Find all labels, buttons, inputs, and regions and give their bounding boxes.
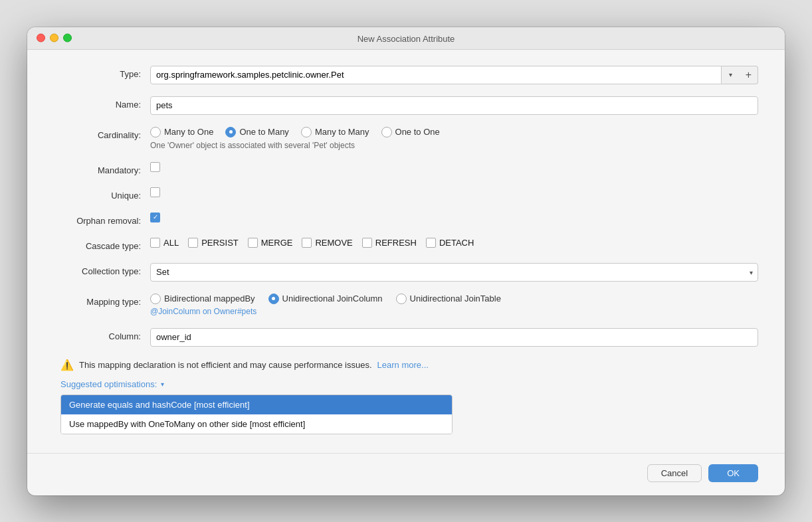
cascade-merge[interactable]: MERGE	[248, 238, 293, 248]
cascade-remove[interactable]: REMOVE	[302, 238, 352, 248]
radio-bidirectional-label: Bidirectional mappedBy	[164, 294, 255, 304]
orphan-removal-row: Orphan removal:	[54, 213, 758, 226]
mapping-description: @JoinColumn on Owner#pets	[150, 307, 758, 316]
collection-type-select[interactable]: Set List Collection	[150, 263, 758, 282]
suggestions-label[interactable]: Suggested optimisations:	[60, 379, 157, 389]
radio-unidirectional-join-column[interactable]: Unidirectional JoinColumn	[268, 294, 383, 304]
unique-checkbox[interactable]	[150, 187, 758, 197]
mapping-type-row: Mapping type: Bidirectional mappedBy Uni…	[54, 294, 758, 316]
radio-one-to-many-indicator	[225, 127, 236, 137]
cardinality-radio-group: Many to One One to Many Many to Many	[150, 127, 758, 137]
mapping-radio-group: Bidirectional mappedBy Unidirectional Jo…	[150, 294, 758, 304]
orphan-removal-checkbox-box	[150, 213, 160, 222]
dialog: New Association Attribute Type: ▾ + Name…	[27, 27, 785, 495]
mandatory-checkbox[interactable]	[150, 162, 758, 172]
radio-one-to-many[interactable]: One to Many	[225, 127, 288, 137]
radio-unidirectional-join-column-indicator	[268, 294, 279, 304]
plus-icon: +	[746, 69, 752, 81]
maximize-button[interactable]	[63, 34, 72, 43]
radio-unidirectional-join-column-label: Unidirectional JoinColumn	[282, 294, 383, 304]
radio-one-to-one-label: One to One	[395, 127, 440, 137]
mapping-type-label: Mapping type:	[54, 294, 150, 307]
cascade-all-box	[150, 238, 160, 248]
type-row: Type: ▾ +	[54, 66, 758, 84]
radio-one-to-many-label: One to Many	[239, 127, 288, 137]
column-input[interactable]	[150, 328, 758, 347]
learn-more-link[interactable]: Learn more...	[377, 360, 429, 370]
cardinality-label: Cardinality:	[54, 127, 150, 140]
suggestions-dropdown: Generate equals and hashCode [most effic…	[60, 394, 453, 434]
orphan-removal-label: Orphan removal:	[54, 213, 150, 226]
cardinality-row: Cardinality: Many to One One to Many	[54, 127, 758, 150]
orphan-removal-checkbox[interactable]	[150, 213, 758, 222]
title-bar: New Association Attribute	[27, 27, 785, 50]
radio-many-to-many-indicator	[301, 127, 312, 137]
radio-one-to-one[interactable]: One to One	[381, 127, 440, 137]
radio-many-to-many[interactable]: Many to Many	[301, 127, 369, 137]
cascade-merge-label: MERGE	[261, 238, 293, 248]
cascade-persist-label: PERSIST	[201, 238, 239, 248]
name-control	[150, 96, 758, 115]
type-add-button[interactable]: +	[740, 66, 758, 84]
radio-many-to-one-indicator	[150, 127, 161, 137]
cascade-refresh-label: REFRESH	[375, 238, 417, 248]
radio-bidirectional[interactable]: Bidirectional mappedBy	[150, 294, 255, 304]
radio-bidirectional-indicator	[150, 294, 161, 304]
radio-unidirectional-join-table-indicator	[396, 294, 407, 304]
collection-type-select-wrap: Set List Collection ▾	[150, 263, 758, 282]
column-label: Column:	[54, 328, 150, 341]
type-input-wrap	[150, 66, 722, 84]
minimize-button[interactable]	[50, 34, 58, 43]
mandatory-row: Mandatory:	[54, 162, 758, 175]
collection-type-row: Collection type: Set List Collection ▾	[54, 263, 758, 282]
cascade-detach-box	[426, 238, 436, 248]
close-button[interactable]	[37, 34, 45, 43]
cascade-all-label: ALL	[163, 238, 179, 248]
cardinality-control: Many to One One to Many Many to Many	[150, 127, 758, 150]
unique-control	[150, 187, 758, 197]
cascade-persist[interactable]: PERSIST	[188, 238, 239, 248]
collection-type-control: Set List Collection ▾	[150, 263, 758, 282]
warning-text: This mapping declaration is not efficien…	[79, 360, 372, 370]
suggestions-chevron-icon: ▾	[161, 381, 164, 388]
cascade-remove-label: REMOVE	[315, 238, 352, 248]
dialog-title: New Association Attribute	[357, 34, 455, 44]
cascade-refresh[interactable]: REFRESH	[362, 238, 417, 248]
cascade-persist-box	[188, 238, 198, 248]
radio-many-to-one-label: Many to One	[164, 127, 213, 137]
mandatory-label: Mandatory:	[54, 162, 150, 175]
suggestions-header: Suggested optimisations: ▾	[54, 379, 758, 389]
warning-icon: ⚠️	[60, 359, 74, 371]
unique-row: Unique:	[54, 187, 758, 201]
ok-button[interactable]: OK	[708, 464, 758, 482]
unique-checkbox-box	[150, 187, 160, 197]
cascade-type-row: Cascade type: ALL PERSIST MERGE REMOVE	[54, 238, 758, 251]
chevron-down-icon: ▾	[729, 71, 732, 78]
mandatory-checkbox-box	[150, 162, 160, 172]
cascade-refresh-box	[362, 238, 372, 248]
type-label: Type:	[54, 66, 150, 79]
radio-unidirectional-join-table[interactable]: Unidirectional JoinTable	[396, 294, 501, 304]
orphan-removal-control	[150, 213, 758, 222]
cascade-type-label: Cascade type:	[54, 238, 150, 251]
cascade-remove-box	[302, 238, 312, 248]
radio-one-to-one-indicator	[381, 127, 392, 137]
column-control	[150, 328, 758, 347]
unique-label: Unique:	[54, 187, 150, 201]
collection-type-label: Collection type:	[54, 263, 150, 276]
mapping-type-control: Bidirectional mappedBy Unidirectional Jo…	[150, 294, 758, 316]
type-dropdown-button[interactable]: ▾	[722, 66, 740, 84]
cascade-detach[interactable]: DETACH	[426, 238, 474, 248]
cascade-all[interactable]: ALL	[150, 238, 179, 248]
cascade-merge-box	[248, 238, 258, 248]
type-input[interactable]	[150, 66, 722, 84]
dialog-footer: Cancel OK	[27, 453, 785, 495]
column-row: Column:	[54, 328, 758, 347]
suggestion-item-1[interactable]: Use mappedBy with OneToMany on other sid…	[61, 414, 452, 434]
cancel-button[interactable]: Cancel	[647, 464, 702, 482]
radio-many-to-one[interactable]: Many to One	[150, 127, 213, 137]
suggestion-item-0[interactable]: Generate equals and hashCode [most effic…	[61, 395, 452, 414]
cascade-type-control: ALL PERSIST MERGE REMOVE REFRESH	[150, 238, 758, 248]
name-input[interactable]	[150, 96, 758, 115]
mandatory-control	[150, 162, 758, 172]
